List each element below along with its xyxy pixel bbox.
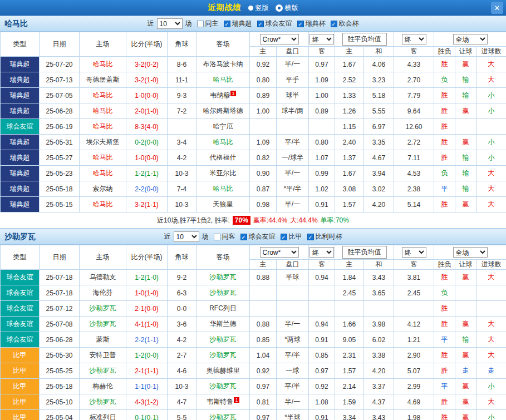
corners: 7-2 [177,107,186,115]
avg-home: 1.67 [343,170,356,177]
layout-radio-vertical[interactable]: 竖版 [248,3,269,13]
res-outcome-cell: 负 [434,72,455,88]
odds-away-cell: 0.92 [309,379,335,394]
res-outcome: 胜 [441,398,448,406]
checkbox-checked-icon[interactable]: ✓ [257,21,264,27]
match-row: 比甲25-05-04标准列日0-1(0-1)5-5沙勒罗瓦0.97*半球0.91… [1,410,506,420]
res-outcome-cell: 胜 [434,103,455,119]
checkbox-checked-icon[interactable]: ✓ [297,21,304,27]
res-handicap-cell: 输 [455,150,476,166]
res-goals: 小 [488,154,495,161]
final-avg-select[interactable]: 终 [402,247,426,258]
res-goals: 大 [488,169,495,177]
league: 球会友谊 [7,273,33,281]
avg-draw: 5.18 [372,92,385,100]
res-handicap: 输 [463,335,469,343]
odds-away: 1.07 [315,154,328,162]
res-goals-cell: 小 [476,103,506,119]
radio-unselected-icon[interactable] [248,6,253,11]
res-outcome-cell: 平 [434,332,455,348]
odds-line-cell: *两球 [277,332,309,348]
checkbox-checked-icon[interactable]: ✓ [331,21,337,27]
avg-away: 7.11 [407,154,420,162]
home-cell: 哈马比 [80,88,126,103]
checkbox-checked-icon[interactable]: ✓ [240,234,247,240]
final-avg-select-cell: 终 [394,245,434,260]
avg-away-cell: 2.99 [394,379,434,394]
match-count-select[interactable]: 10 [174,231,199,242]
layout-radio-horizontal-label: 横版 [285,3,298,13]
filter-checkbox[interactable]: ✓球会友谊 [257,19,292,28]
date-cell: 25-06-28 [40,103,80,119]
score: 2-2(0-0) [135,185,159,193]
avg-draw-cell: 3.43 [364,410,394,420]
score: 3-2(1-1) [135,201,159,209]
checkbox-checked-icon[interactable]: ✓ [224,21,230,27]
footer-big-rate: 大:44.4% [290,216,317,225]
avg-draw-cell: 3.35 [364,135,394,150]
scope-select[interactable]: 全场 [453,34,488,45]
final-odds-select[interactable]: 终 [310,34,334,45]
res-outcome: 胜 [441,351,448,359]
league-cell: 瑞典超 [1,135,40,150]
res-outcome-cell: 胜 [434,301,455,317]
final-avg-select[interactable]: 终 [402,34,426,45]
filter-checkbox[interactable]: ✓瑞典超 [224,19,252,28]
odds-away: 1.09 [315,76,328,84]
odds-line-cell: 平/半 [277,379,309,394]
avg-away: 4.33 [407,61,420,68]
bookmaker-select-cell: Crow* [250,32,309,47]
col-avg-home-header: 主 [335,260,364,270]
res-handicap-cell: 赢 [455,135,476,150]
bookmaker-select[interactable]: Crow* [260,34,299,45]
match-row: 球会友谊25-06-19哈马比8-3(4-0)哈宁厄1.156.9712.60胜 [1,119,506,135]
col-odds-line-header: 盘口 [277,47,309,57]
date: 25-05-18 [46,185,72,193]
odds-line: 平/半 [285,382,300,390]
close-button[interactable]: ✕ [491,2,503,14]
league-cell: 瑞典超 [1,88,40,103]
res-goals: 大 [488,335,495,343]
res-goals-cell: 大 [476,197,506,213]
odds-away: 0.91 [315,201,328,209]
league: 瑞典超 [10,91,30,99]
score-cell: 2-0(1-0) [126,103,168,119]
match-count-select[interactable]: 10 [157,18,183,29]
match-row: 比甲25-05-30安特卫普1-2(0-0)2-7沙勒罗瓦1.04平/半0.85… [1,348,506,363]
corners: 10-3 [175,383,188,391]
col-avg-away-header: 客 [394,47,434,57]
avg-home: 1.66 [343,320,356,328]
radio-selected-icon[interactable] [276,4,283,12]
res-handicap: 走 [463,367,469,374]
date: 25-05-18 [46,383,72,391]
away: 沙勒罗瓦 [210,335,237,343]
checkbox-checked-icon[interactable]: ✓ [281,234,287,240]
avg-home-cell: 1.57 [335,363,364,379]
filter-checkbox[interactable]: 同主 [197,19,219,28]
checkbox-unchecked-icon[interactable] [197,21,204,27]
filter-checkbox[interactable]: ✓球会友谊 [240,232,276,241]
final-odds-select[interactable]: 终 [310,247,334,258]
filter-checkbox[interactable]: ✓比甲 [281,232,302,241]
layout-radio-horizontal[interactable]: 横版 [276,3,298,13]
checkbox-checked-icon[interactable]: ✓ [307,234,314,240]
odds-line: 平/半 [285,351,300,359]
scope-select[interactable]: 全场 [453,247,488,258]
odds-away-cell: 0.91 [309,332,335,348]
odds-home-cell: 0.88 [250,317,277,332]
res-handicap: 输 [463,154,469,161]
res-handicap-cell: 赢 [455,57,476,72]
odds-line: 半/一 [285,320,300,328]
date-cell: 25-07-20 [40,57,80,72]
date: 25-06-19 [46,123,72,131]
filter-checkbox[interactable]: 同客 [214,232,235,241]
res-handicap-cell: 赢 [455,317,476,332]
filter-checkbox[interactable]: ✓瑞典杯 [297,19,326,28]
checkbox-unchecked-icon[interactable] [214,234,220,240]
filter-checkbox[interactable]: ✓比利时杯 [307,232,342,241]
league: 比甲 [13,382,27,390]
odds-away-cell: 1.07 [309,150,335,166]
bookmaker-select[interactable]: Crow* [260,247,299,258]
filter-checkbox[interactable]: ✓欧会杯 [331,19,359,28]
avg-draw: 3.43 [372,274,385,281]
